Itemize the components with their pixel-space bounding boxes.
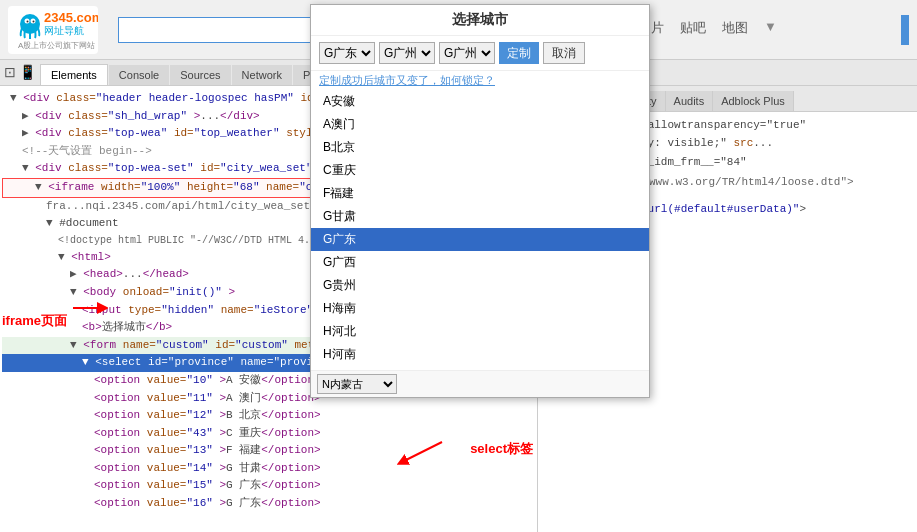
city-item-henan[interactable]: H河南 — [311, 343, 649, 366]
svg-point-5 — [33, 20, 35, 22]
html-line-opt8[interactable]: <option value="16" >G 广东</option> — [2, 495, 535, 513]
logo-area: 2345.com 网址导航 A股上市公司旗下网站 — [8, 6, 98, 54]
html-line-opt7[interactable]: <option value="15" >G 广东</option> — [2, 477, 535, 495]
city-item-heilong[interactable]: H黑龙江 — [311, 366, 649, 370]
city-hint[interactable]: 定制成功后城市又变了，如何锁定？ — [311, 71, 649, 90]
city-selector-overlay: 选择城市 G广东 G广州 G广州 定制 取消 定制成功后城市又变了，如何锁定？ … — [310, 4, 650, 398]
right-tab-adblock[interactable]: Adblock Plus — [713, 91, 794, 111]
city-select-row: G广东 G广州 G广州 定制 取消 — [311, 36, 649, 71]
city-bottom-row: N内蒙古 — [311, 370, 649, 397]
city-select-2[interactable]: G广州 — [439, 42, 495, 64]
tab-elements[interactable]: Elements — [40, 64, 108, 85]
svg-line-10 — [402, 442, 442, 462]
city-item-chongqing[interactable]: C重庆 — [311, 159, 649, 182]
tab-console[interactable]: Console — [109, 65, 169, 85]
city-list: A安徽 A澳门 B北京 C重庆 F福建 G甘肃 G广东 G广西 G贵州 H海南 … — [311, 90, 649, 370]
city-item-guangdong[interactable]: G广东 — [311, 228, 649, 251]
city-item-gansu[interactable]: G甘肃 — [311, 205, 649, 228]
city-confirm-button[interactable]: 定制 — [499, 42, 539, 64]
tab-sources[interactable]: Sources — [170, 65, 230, 85]
city-item-hainan[interactable]: H海南 — [311, 297, 649, 320]
city-item-hebei[interactable]: H河北 — [311, 320, 649, 343]
html-line-opt3[interactable]: <option value="12" >B 北京</option> — [2, 407, 535, 425]
city-item-guizhou[interactable]: G贵州 — [311, 274, 649, 297]
city-bottom-select[interactable]: N内蒙古 — [317, 374, 397, 394]
html-line-opt6[interactable]: <option value="14" >G 甘肃</option> — [2, 460, 535, 478]
svg-text:网址导航: 网址导航 — [44, 25, 84, 36]
right-tab-audits[interactable]: Audits — [666, 91, 714, 111]
svg-point-4 — [27, 20, 29, 22]
html-line-opt4[interactable]: <option value="43" >C 重庆</option> — [2, 425, 535, 443]
device-icon[interactable]: 📱 — [19, 64, 36, 80]
dropdown-icon[interactable]: ▼ — [764, 19, 777, 41]
svg-text:A股上市公司旗下网站: A股上市公司旗下网站 — [18, 41, 95, 50]
province-select[interactable]: G广东 — [319, 42, 375, 64]
city-select-1[interactable]: G广州 — [379, 42, 435, 64]
inspect-icon[interactable]: ⊡ — [4, 64, 16, 80]
svg-text:2345.com: 2345.com — [44, 10, 98, 25]
city-item-aomen[interactable]: A澳门 — [311, 113, 649, 136]
city-item-fujian[interactable]: F福建 — [311, 182, 649, 205]
city-item-guangxi[interactable]: G广西 — [311, 251, 649, 274]
city-item-beijing[interactable]: B北京 — [311, 136, 649, 159]
tab-network[interactable]: Network — [232, 65, 292, 85]
city-item-anhui[interactable]: A安徽 — [311, 90, 649, 113]
nav-tab-tieba[interactable]: 贴吧 — [680, 19, 706, 41]
select-arrow — [387, 437, 447, 474]
iframe-annotation: iframe页面 — [2, 311, 67, 332]
city-cancel-button[interactable]: 取消 — [543, 42, 585, 64]
select-annotation: select标签 — [470, 439, 533, 460]
nav-tab-map[interactable]: 地图 — [722, 19, 748, 41]
site-logo: 2345.com 网址导航 A股上市公司旗下网站 — [8, 6, 98, 54]
city-selector-title: 选择城市 — [311, 5, 649, 36]
html-line-opt5[interactable]: <option value="13" >F 福建</option> — [2, 442, 535, 460]
iframe-arrow — [68, 298, 108, 325]
